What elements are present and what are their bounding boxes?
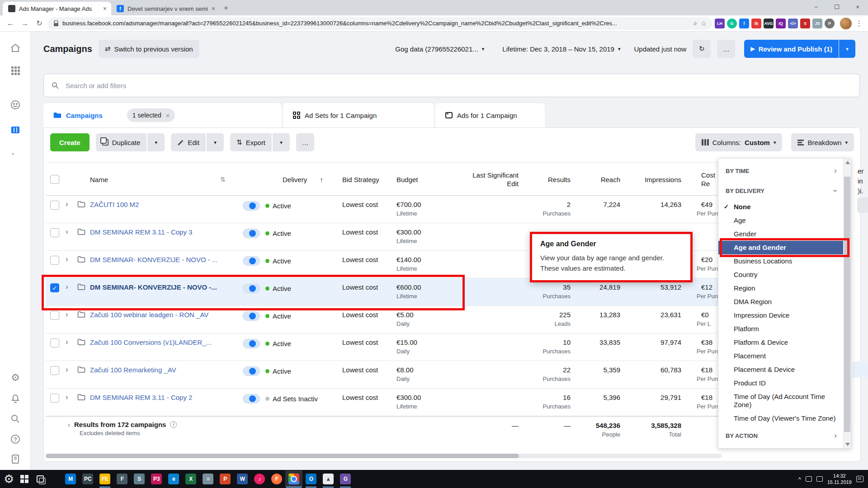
tab-ads[interactable]: Ads for 1 Campaign (435, 103, 545, 127)
row-checkbox[interactable] (50, 256, 59, 265)
breakdown-menu-entry[interactable]: Time of Day (Ad Account Time Zone) (718, 390, 843, 412)
taskbar-app-icon[interactable]: P (217, 470, 234, 488)
delivery-toggle[interactable] (243, 256, 260, 266)
taskbar-app-icon[interactable]: F (268, 470, 285, 488)
help-icon[interactable]: ? (9, 433, 22, 446)
smiley-icon[interactable] (9, 99, 22, 111)
reload-button[interactable]: ↻ (33, 18, 45, 29)
date-range-selector[interactable]: Lifetime: Dec 3, 2018 – Nov 15, 2019 ▾ (502, 45, 620, 53)
delivery-toggle[interactable] (243, 284, 260, 293)
taskbar-app-icon[interactable] (285, 470, 302, 488)
tab-ad-sets[interactable]: Ad Sets for 1 Campaign (283, 103, 434, 127)
expand-chevron-icon[interactable]: › (66, 333, 77, 361)
breakdown-button[interactable]: Breakdown ▾ (791, 133, 854, 151)
taskbar-app-icon[interactable]: e (165, 470, 182, 488)
horizontal-scrollbar-track[interactable] (46, 454, 722, 458)
task-view-button[interactable] (37, 475, 44, 483)
campaign-name-link[interactable]: Začuti 100 webinar leadgen - RON _AV (90, 306, 229, 333)
taskbar-app-icon[interactable]: M (62, 470, 79, 488)
breakdown-menu-entry[interactable]: Business Locations (718, 254, 843, 268)
breakdown-menu-entry[interactable]: Product ID (718, 376, 843, 390)
breakdown-menu-entry[interactable]: Age and Gender (718, 241, 843, 254)
create-button[interactable]: Create (50, 133, 90, 151)
breakdown-menu-entry[interactable]: Platform (718, 322, 843, 336)
browser-extension-icon[interactable]: AVG (764, 19, 774, 28)
journal-icon[interactable] (9, 453, 22, 465)
browser-tab-ads-manager[interactable]: Ads Manager - Manage Ads × (3, 2, 111, 15)
campaign-name-link[interactable]: DM SEMINAR REM 3.11 - Copy 3 (90, 223, 229, 250)
row-checkbox[interactable] (50, 338, 59, 347)
campaign-row[interactable]: › ZAČUTI 100 M2 Active (46, 196, 722, 223)
search-icon[interactable] (9, 413, 22, 425)
taskbar-clock[interactable]: 14:32 15.11.2019 (827, 473, 852, 485)
campaign-row[interactable]: › DM SEMINAR REM 3.11 - Copy 2 Ad S (46, 389, 722, 416)
breakdown-menu-entry[interactable]: Gender (718, 227, 843, 241)
tab-close-icon[interactable]: × (212, 5, 215, 12)
zoom-icon[interactable]: ⌕ (694, 19, 698, 27)
bookmark-star-icon[interactable]: ☆ (701, 20, 707, 27)
search-filters-input[interactable] (65, 81, 852, 90)
duplicate-caret-button[interactable]: ▾ (147, 133, 165, 151)
export-caret-button[interactable]: ▾ (273, 133, 290, 151)
taskbar-app-icon[interactable]: ♪ (251, 470, 268, 488)
browser-tab-facebook[interactable]: f Devet seminarjev v enem semina × (111, 2, 220, 15)
new-tab-button[interactable]: + (220, 2, 232, 14)
breakdown-menu-entry[interactable]: Time of Day (Viewer's Time Zone) (718, 412, 843, 425)
breakdown-menu-entry[interactable]: BY TIME › (718, 160, 843, 180)
tab-close-icon[interactable]: × (103, 5, 107, 12)
minimize-button[interactable]: − (806, 0, 826, 14)
row-checkbox[interactable]: ✓ (50, 283, 59, 292)
taskbar-app-icon[interactable]: X (182, 470, 199, 488)
breakdown-menu-entry[interactable]: Age (718, 214, 843, 227)
taskbar-app-icon[interactable]: ▲ (320, 470, 337, 488)
header-cost-per-result[interactable]: CostRe (681, 170, 722, 188)
apps-grid-icon[interactable] (9, 64, 22, 77)
browser-extension-icon[interactable]: JS (812, 19, 822, 28)
expand-chevron-icon[interactable]: › (66, 251, 77, 278)
tray-network-icon[interactable] (816, 476, 823, 482)
info-icon[interactable]: i (170, 421, 177, 428)
browser-extension-icon[interactable]: IQ (776, 19, 786, 28)
export-button[interactable]: ⇅ Export (230, 133, 272, 151)
taskbar-app-icon[interactable]: F (113, 470, 131, 488)
breakdown-menu-entry[interactable]: Platform & Device (718, 336, 843, 349)
hidden-icons-caret[interactable]: ^ (798, 476, 801, 483)
taskbar-app-icon[interactable]: ≡ (199, 470, 217, 488)
browser-extension-icon[interactable]: G (727, 19, 737, 28)
taskbar-app-icon[interactable]: S (131, 470, 148, 488)
maximize-button[interactable]: ☐ (826, 0, 847, 14)
breakdown-menu-entry[interactable]: BY DELIVERY › (718, 180, 843, 200)
campaign-row[interactable]: › Začuti 100 Remarketing _AV Active (46, 361, 722, 389)
delivery-toggle[interactable] (243, 201, 260, 211)
action-center-icon[interactable] (856, 476, 863, 482)
row-checkbox[interactable] (50, 201, 59, 210)
breakdown-menu-entry[interactable]: Placement (718, 349, 843, 363)
columns-button[interactable]: Columns: Custom ▾ (695, 133, 783, 151)
expand-chevron-icon[interactable]: › (66, 361, 77, 388)
breakdown-menu-entry[interactable]: Placement & Device (718, 363, 843, 376)
campaign-name-link[interactable]: ZAČUTI 100 M2 (90, 196, 229, 223)
duplicate-button[interactable]: Duplicate (96, 133, 147, 151)
scroll-down-arrow[interactable] (845, 443, 850, 446)
breakdown-menu-entry[interactable]: DMA Region (718, 295, 843, 309)
header-reach[interactable]: Reach (571, 175, 620, 183)
edit-caret-button[interactable]: ▾ (207, 133, 224, 151)
taskbar-app-icon[interactable]: FE (96, 470, 113, 488)
tab-campaigns[interactable]: Campaigns 1 selected × (43, 103, 282, 127)
refresh-button[interactable]: ↻ (693, 40, 711, 58)
header-budget[interactable]: Budget (383, 175, 442, 183)
breakdown-menu-entry[interactable]: Region (718, 282, 843, 295)
expand-chevron-icon[interactable]: › (66, 223, 77, 250)
campaign-row[interactable]: ✓ › DM SEMINAR- KONVERZIJE - NOVO -... (46, 278, 722, 306)
toolbar-more-button[interactable]: … (296, 133, 314, 151)
breakdown-menu-entry[interactable]: Country (718, 268, 843, 282)
campaign-name-link[interactable]: DM SEMINAR REM 3.11 - Copy 2 (90, 389, 229, 416)
dropdown-scrollbar-thumb[interactable] (844, 177, 850, 432)
breakdown-menu-entry[interactable]: Impression Device (718, 309, 843, 322)
campaign-name-link[interactable]: DM SEMINAR- KONVERZIJE - NOVO - ... (90, 251, 229, 278)
expand-chevron-icon[interactable]: › (66, 306, 77, 333)
delivery-toggle[interactable] (243, 339, 260, 348)
home-icon[interactable] (9, 42, 22, 54)
select-all-checkbox[interactable] (50, 175, 59, 184)
expand-chevron-icon[interactable]: › (68, 421, 70, 428)
